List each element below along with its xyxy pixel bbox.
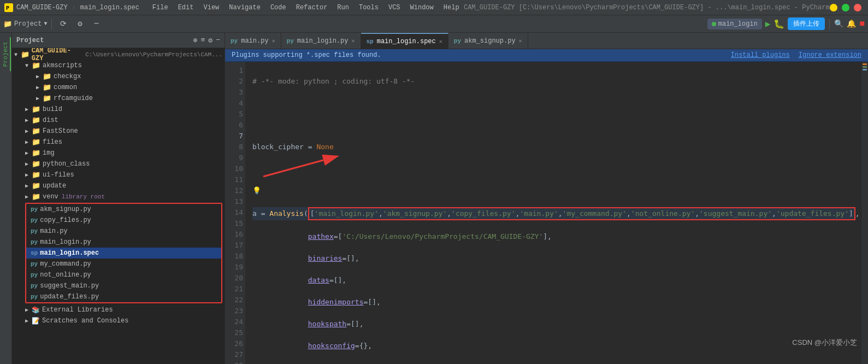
stop-button[interactable]: ■ — [859, 19, 865, 29]
menu-vcs[interactable]: VCS — [384, 3, 405, 13]
code-line-1: # -*- mode: python ; coding: utf-8 -*- — [252, 76, 855, 87]
lib-icon: 📚 — [32, 306, 40, 314]
py-tab-icon: py — [454, 38, 461, 44]
tab-akm-signup-py[interactable]: py akm_signup.py ✕ — [448, 33, 528, 49]
tree-item-main-login[interactable]: py main_login.py — [26, 237, 221, 248]
tree-item-akmscripts[interactable]: ▼ 📁 akmscripts — [12, 60, 225, 71]
gear-btn[interactable]: ⚙ — [73, 17, 87, 31]
project-dropdown[interactable]: 📁 Project ▼ — [3, 20, 47, 28]
tree-item-akm-signup[interactable]: py akm_signup.py — [26, 204, 221, 215]
main-layout: Project Project ⊕ ≡ ⚙ − ▼ 📁 CAM_GUIDE-GZ… — [0, 33, 868, 364]
tree-item-not-online[interactable]: py not_online.py — [26, 269, 221, 280]
ignore-extension-link[interactable]: Ignore extension — [799, 51, 861, 59]
run-button[interactable]: ▶ — [765, 19, 771, 30]
tree-item-my-command[interactable]: py my_command.py — [26, 259, 221, 269]
tab-close-icon[interactable]: ✕ — [351, 38, 355, 44]
tree-item-ui-files[interactable]: ▶ 📁 ui-files — [12, 169, 225, 180]
item-name: suggest_main.py — [40, 282, 99, 290]
menu-tools[interactable]: Tools — [355, 3, 383, 13]
run-config-dropdown[interactable]: main_login — [707, 19, 762, 30]
tab-main-py[interactable]: py main.py ✕ — [225, 33, 281, 49]
menu-run[interactable]: Run — [333, 3, 353, 13]
menu-file[interactable]: File — [148, 3, 173, 13]
project-name: CAM_GUIDE-GZY — [16, 4, 68, 11]
folder-arrow-icon: ▶ — [36, 95, 43, 102]
project-label: Project — [14, 20, 42, 28]
item-name: main_login.py — [40, 238, 91, 246]
sync-btn[interactable]: ⟳ — [56, 17, 70, 31]
tree-item-dist[interactable]: ▶ 📁 dist — [12, 115, 225, 126]
sidebar-project-label: Project — [16, 37, 44, 44]
spec-file-icon: sp — [31, 250, 38, 256]
tab-close-icon[interactable]: ✕ — [272, 38, 275, 44]
menu-help[interactable]: Help — [439, 3, 464, 13]
item-name: dist — [43, 116, 58, 124]
folder-icon: 📁 — [43, 83, 51, 92]
code-content[interactable]: # -*- mode: python ; coding: utf-8 -*- b… — [246, 62, 861, 364]
venv-name: venv — [43, 193, 58, 201]
upload-button[interactable]: 插件上传 — [788, 17, 825, 30]
tree-item-suggest-main[interactable]: py suggest_main.py — [26, 280, 221, 291]
menu-navigate[interactable]: Navigate — [225, 3, 265, 13]
folder-icon: 📁 — [43, 72, 51, 81]
menu-view[interactable]: View — [199, 3, 223, 13]
run-config-label: main_login — [718, 20, 758, 28]
py-file-icon: py — [31, 217, 38, 224]
tab-close-icon[interactable]: ✕ — [439, 38, 442, 45]
tree-item-main[interactable]: py main.py — [26, 226, 221, 237]
root-arrow-icon: ▼ — [14, 52, 21, 58]
search-icon-btn[interactable]: 🔍 — [834, 19, 843, 28]
menu-code[interactable]: Code — [266, 3, 291, 13]
tab-main-login-spec[interactable]: sp main_login.spec ✕ — [361, 33, 448, 49]
gear-icon[interactable]: ⚙ — [208, 36, 212, 45]
collapse-icon[interactable]: ≡ — [201, 36, 205, 45]
tree-item-external-libraries[interactable]: ▶ 📚 External Libraries — [12, 304, 225, 315]
close-sidebar-icon[interactable]: − — [216, 36, 220, 45]
scroll-marker — [863, 63, 867, 65]
py-tab-icon: py — [231, 38, 238, 44]
install-plugins-link[interactable]: Install plugins — [731, 51, 790, 59]
minus-btn[interactable]: − — [89, 17, 103, 31]
py-file-icon: py — [31, 239, 38, 245]
file-tree: ▼ 📁 CAM_GUIDE-GZY C:\Users\Lenovo\Pychar… — [12, 48, 225, 364]
library-root-label: library root — [62, 193, 105, 200]
project-tab[interactable]: Project — [1, 37, 11, 71]
tree-item-update[interactable]: ▶ 📁 update — [12, 180, 225, 191]
folder-icon: 📁 — [32, 171, 40, 179]
folder-arrow-icon: ▶ — [25, 161, 32, 167]
menu-refactor[interactable]: Refactor — [292, 3, 332, 13]
tree-item-update-files[interactable]: py update_files.py — [26, 291, 221, 302]
tree-item-rfcamguide[interactable]: ▶ 📁 rfcamguide — [12, 93, 225, 104]
tabs-bar: py main.py ✕ py main_login.py ✕ sp main_… — [225, 33, 868, 49]
tree-item-scratches[interactable]: ▶ 📝 Scratches and Consoles — [12, 315, 225, 326]
locate-icon[interactable]: ⊕ — [193, 36, 198, 45]
tree-item-faststone[interactable]: ▶ 📁 FastStone — [12, 126, 225, 137]
tree-item-files[interactable]: ▶ 📁 files — [12, 137, 225, 148]
right-scroll-indicator[interactable] — [861, 62, 868, 364]
tree-item-img[interactable]: ▶ 📁 img — [12, 148, 225, 158]
tree-item-checkgx[interactable]: ▶ 📁 checkgx — [12, 71, 225, 82]
menu-edit[interactable]: Edit — [174, 3, 198, 13]
tree-item-main-login-spec[interactable]: sp main_login.spec — [26, 248, 221, 259]
minimize-button[interactable] — [830, 4, 837, 11]
folder-icon: 📁 — [32, 61, 40, 70]
maximize-button[interactable] — [842, 4, 849, 11]
menu-window[interactable]: Window — [406, 3, 438, 13]
folder-arrow-icon: ▶ — [25, 172, 32, 178]
debug-button[interactable]: 🐛 — [773, 19, 784, 30]
tree-item-python-class[interactable]: ▶ 📁 python_class — [12, 158, 225, 169]
py-file-icon: py — [31, 228, 38, 234]
item-name: main_login.spec — [40, 249, 99, 257]
close-button[interactable] — [854, 4, 861, 11]
tree-item-venv[interactable]: ▶ 📁 venv library root — [12, 191, 225, 202]
tree-item-common[interactable]: ▶ 📁 common — [12, 82, 225, 93]
tree-item-copy-files[interactable]: py copy_files.py — [26, 215, 221, 226]
notification-icon-btn[interactable]: 🔔 — [847, 19, 856, 28]
tree-item-build[interactable]: ▶ 📁 build — [12, 104, 225, 115]
tab-close-icon[interactable]: ✕ — [519, 38, 522, 44]
tab-main-login-py[interactable]: py main_login.py ✕ — [281, 33, 361, 49]
scroll-marker — [863, 69, 867, 71]
dropdown-arrow-icon: ▼ — [44, 21, 47, 27]
tree-root[interactable]: ▼ 📁 CAM_GUIDE-GZY C:\Users\Lenovo\Pychar… — [12, 49, 225, 60]
folder-arrow-icon: ▶ — [25, 128, 32, 134]
